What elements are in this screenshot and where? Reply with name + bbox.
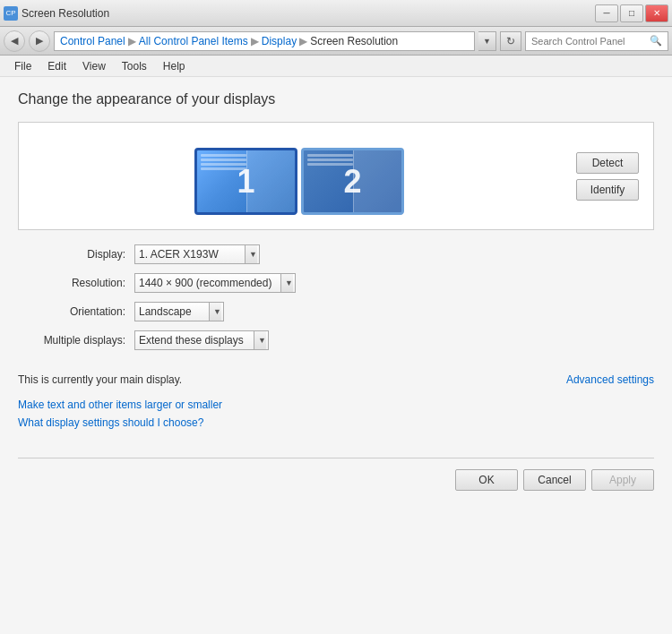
window-title: Screen Resolution	[22, 7, 109, 20]
close-button[interactable]: ✕	[645, 4, 668, 22]
breadcrumb-current: Screen Resolution	[310, 35, 398, 47]
resolution-select[interactable]: 1440 × 900 (recommended) ▼	[134, 273, 296, 293]
cancel-button[interactable]: Cancel	[523, 469, 586, 491]
breadcrumb-all-items[interactable]: All Control Panel Items	[139, 35, 248, 47]
status-row: This is currently your main display. Adv…	[18, 373, 654, 386]
title-bar-left: CP Screen Resolution	[4, 6, 109, 21]
minimize-button[interactable]: ─	[595, 4, 618, 22]
display-settings-form: Display: 1. ACER X193W ▼ Resolution: 144…	[18, 244, 654, 366]
orientation-select[interactable]: Landscape ▼	[134, 302, 224, 321]
monitor1-container: 1	[194, 137, 297, 215]
multiple-displays-label: Multiple displays:	[18, 334, 134, 347]
text-size-link[interactable]: Make text and other items larger or smal…	[18, 398, 654, 411]
multiple-displays-control: Extend these displays ▼	[134, 330, 269, 350]
address-bar: ◀ ▶ Control Panel ▶ All Control Panel It…	[0, 27, 672, 56]
display-settings-help-link[interactable]: What display settings should I choose?	[18, 416, 654, 429]
monitor2-container: 2	[301, 148, 404, 215]
resolution-dropdown-arrow: ▼	[280, 274, 293, 292]
orientation-dropdown-arrow: ▼	[209, 303, 221, 321]
monitor1[interactable]: 1	[194, 148, 297, 215]
monitor1-number: 1	[237, 163, 254, 201]
multiple-displays-row: Multiple displays: Extend these displays…	[18, 330, 654, 350]
main-display-text: This is currently your main display.	[18, 373, 182, 386]
address-dropdown-button[interactable]: ▼	[478, 31, 496, 51]
monitors-container: 1 2	[33, 137, 565, 215]
multiple-displays-dropdown-arrow: ▼	[254, 331, 266, 349]
monitor-action-buttons: Detect Identify	[576, 152, 639, 201]
breadcrumb-display[interactable]: Display	[262, 35, 297, 47]
resolution-label: Resolution:	[18, 277, 134, 289]
resolution-row: Resolution: 1440 × 900 (recommended) ▼	[18, 273, 654, 293]
orientation-control: Landscape ▼	[134, 302, 224, 321]
orientation-select-value: Landscape	[139, 305, 192, 318]
window-controls: ─ □ ✕	[595, 4, 668, 22]
display-dropdown-arrow: ▼	[245, 245, 257, 263]
resolution-control: 1440 × 900 (recommended) ▼	[134, 273, 296, 293]
page-title: Change the appearance of your displays	[18, 91, 654, 107]
identify-button[interactable]: Identify	[576, 179, 639, 201]
apply-button[interactable]: Apply	[591, 469, 654, 491]
menu-edit[interactable]: Edit	[40, 58, 73, 74]
main-content: Change the appearance of your displays 1	[0, 77, 672, 634]
menu-view[interactable]: View	[75, 58, 113, 74]
orientation-row: Orientation: Landscape ▼	[18, 302, 654, 321]
menu-file[interactable]: File	[7, 58, 39, 74]
display-label: Display:	[18, 248, 134, 261]
menu-help[interactable]: Help	[156, 58, 193, 74]
search-icon: 🔍	[650, 35, 662, 47]
links-section: Make text and other items larger or smal…	[18, 393, 654, 440]
title-bar: CP Screen Resolution ─ □ ✕	[0, 0, 672, 27]
search-input[interactable]	[531, 36, 646, 47]
breadcrumb-separator-1: ▶	[128, 35, 136, 47]
display-row: Display: 1. ACER X193W ▼	[18, 244, 654, 264]
resolution-select-value: 1440 × 900 (recommended)	[139, 277, 271, 289]
advanced-settings-link[interactable]: Advanced settings	[566, 373, 654, 386]
refresh-button[interactable]: ↻	[500, 31, 521, 51]
monitor2-number: 2	[343, 163, 361, 201]
breadcrumb-separator-2: ▶	[251, 35, 259, 47]
display-control: 1. ACER X193W ▼	[134, 244, 260, 264]
menu-tools[interactable]: Tools	[115, 58, 154, 74]
back-button[interactable]: ◀	[4, 30, 25, 52]
address-path[interactable]: Control Panel ▶ All Control Panel Items …	[54, 31, 475, 51]
forward-button[interactable]: ▶	[29, 30, 50, 52]
search-box[interactable]: 🔍	[525, 31, 668, 51]
maximize-button[interactable]: □	[620, 4, 643, 22]
display-select[interactable]: 1. ACER X193W ▼	[134, 244, 260, 264]
menu-bar: File Edit View Tools Help	[0, 56, 672, 77]
multiple-displays-select[interactable]: Extend these displays ▼	[134, 330, 269, 350]
multiple-displays-select-value: Extend these displays	[139, 334, 244, 347]
monitor2[interactable]: 2	[301, 148, 404, 215]
breadcrumb-separator-3: ▶	[299, 35, 307, 47]
app-icon: CP	[4, 6, 18, 21]
display-select-value: 1. ACER X193W	[139, 248, 219, 261]
bottom-section: OK Cancel Apply	[18, 458, 654, 491]
display-preview-area: 1 2 Detect Identify	[18, 122, 654, 230]
detect-button[interactable]: Detect	[576, 152, 639, 174]
orientation-label: Orientation:	[18, 305, 134, 318]
ok-button[interactable]: OK	[455, 469, 518, 491]
breadcrumb-control-panel[interactable]: Control Panel	[60, 35, 125, 47]
